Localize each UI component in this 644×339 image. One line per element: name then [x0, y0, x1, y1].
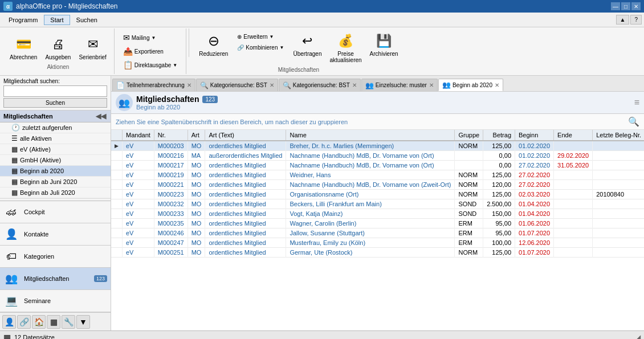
nav-item-ev-aktive[interactable]: ▦ eV (Aktive) — [0, 144, 111, 155]
sidebar-search-section: Mitgliedschaft suchen: Suchen — [0, 76, 111, 111]
search-button[interactable]: Suchen — [3, 98, 107, 108]
table-row[interactable]: eV M000235 MO ordentliches Mitglied Wagn… — [111, 219, 644, 228]
table-row[interactable]: eV M000223 MO ordentliches Mitglied Orga… — [111, 190, 644, 199]
nav-item-alle-aktiven[interactable]: ☰ alle Aktiven — [0, 133, 111, 144]
toolbar-aktionen-group: 💳 Abrechnen 🖨 Ausgeben ✉ Serienbrief Akt… — [2, 28, 115, 74]
resize-icon: ◢ — [635, 333, 641, 340]
erweitern-button[interactable]: ⊕ Erweitern ▼ — [233, 32, 288, 42]
person-btn[interactable]: 👤 — [2, 315, 16, 329]
col-name[interactable]: Name — [286, 130, 455, 141]
table-row[interactable]: eV M000246 MO ordentliches Mitglied Jall… — [111, 228, 644, 238]
tab-beginn-2020[interactable]: 👥 Beginn ab 2020 ✕ — [438, 79, 503, 91]
content-header: 👥 Mitgliedschaften 123 Beginn ab 2020 ≡ — [111, 92, 644, 114]
ausgeben-button[interactable]: 🖨 Ausgeben — [42, 33, 74, 63]
nav-item-beginn-2020[interactable]: ▦ Beginn ab 2020 — [0, 166, 111, 177]
nav-mitgliedschaften[interactable]: 👥 Mitgliedschaften 123 — [0, 268, 111, 290]
nav-item-zuletzt[interactable]: 🕐 zuletzt aufgerufen — [0, 122, 111, 133]
grid-icon-1: ▦ — [11, 145, 18, 153]
table-row[interactable]: eV M000216 MA außerordentliches Mitglied… — [111, 151, 644, 161]
grid-btn[interactable]: ▦ — [47, 315, 60, 329]
nav-kategorien[interactable]: 🏷 Kategorien — [0, 246, 111, 268]
table-row[interactable]: eV M000221 MO ordentliches Mitglied Nach… — [111, 180, 644, 190]
direktausgabe-button[interactable]: 📋 Direktausgabe ▼ — [119, 59, 181, 71]
data-table: Mandant Nr. Art Art (Text) Name Gruppe B… — [111, 130, 644, 258]
col-art[interactable]: Art — [188, 130, 205, 141]
maximize-button[interactable]: □ — [621, 2, 630, 10]
col-beginn[interactable]: Beginn — [515, 130, 554, 141]
filter-bar: Ziehen Sie eine Spaltenüberschrift in di… — [111, 114, 644, 130]
clock-icon: 🕐 — [11, 124, 20, 132]
search-input[interactable] — [3, 85, 107, 97]
status-text: 12 Datensätze — [14, 334, 55, 340]
nav-item-gmbh-aktive[interactable]: ▦ GmbH (Aktive) — [0, 155, 111, 166]
sidebar-toggle-icon[interactable]: ≡ — [634, 97, 639, 108]
col-gruppe[interactable]: Gruppe — [455, 130, 483, 141]
table-row[interactable]: eV M000247 MO ordentliches Mitglied Must… — [111, 238, 644, 248]
table-row[interactable]: ▶ eV M000203 MO ordentliches Mitglied Br… — [111, 141, 644, 151]
reduzieren-icon: ⊖ — [205, 32, 223, 50]
more-btn[interactable]: ▼ — [76, 315, 90, 329]
archivieren-button[interactable]: 💾 Archivieren — [367, 30, 401, 59]
link-btn[interactable]: 🔗 — [17, 315, 31, 329]
toolbar-mitgliedschaften-group: ⊖ Reduzieren ⊕ Erweitern ▼ 🔗 Kombinieren… — [191, 28, 405, 74]
col-ende[interactable]: Ende — [554, 130, 593, 141]
mitgliedschaften-badge: 123 — [94, 275, 107, 282]
tab-kategorie-2-close[interactable]: ✕ — [352, 82, 357, 88]
uebertragen-button[interactable]: ↩ Übertragen — [290, 30, 324, 59]
content-sub: Beginn ab 2020 — [136, 104, 180, 111]
help-button[interactable]: ? — [630, 15, 642, 24]
table-row[interactable]: eV M000232 MO ordentliches Mitglied Beck… — [111, 199, 644, 209]
aktionen-label: Aktionen — [47, 64, 69, 70]
col-mandant[interactable]: Mandant — [123, 130, 154, 141]
config-btn[interactable]: 🔧 — [62, 315, 75, 329]
menu-programm[interactable]: Programm — [2, 15, 44, 25]
col-art-text[interactable]: Art (Text) — [205, 130, 286, 141]
tab-kategorie-2-icon: 🔍 — [283, 81, 291, 89]
content-title: Mitgliedschaften — [136, 95, 199, 104]
kombinieren-icon: 🔗 — [237, 44, 244, 51]
menu-start[interactable]: Start — [44, 15, 70, 25]
menu-bar: Programm Start Suchen ▲ ? — [0, 13, 644, 27]
table-row[interactable]: eV M000251 MO ordentliches Mitglied Germ… — [111, 248, 644, 258]
home-btn[interactable]: 🏠 — [32, 315, 46, 329]
tab-einzelsuche[interactable]: 👥 Einzelsuche: muster ✕ — [361, 79, 438, 91]
tab-beginn-close[interactable]: ✕ — [495, 82, 499, 88]
nav-seminare[interactable]: 💻 Seminare — [0, 290, 111, 312]
seminare-icon: 💻 — [3, 293, 19, 309]
col-nr[interactable]: Nr. — [154, 130, 188, 141]
mailing-dropdown-icon: ▼ — [151, 35, 156, 40]
abrechnen-button[interactable]: 💳 Abrechnen — [7, 33, 40, 63]
nav-kontakte[interactable]: 👤 Kontakte — [0, 223, 111, 246]
table-row[interactable]: eV M000217 MO ordentliches Mitglied Nach… — [111, 161, 644, 170]
col-betrag[interactable]: Betrag — [483, 130, 515, 141]
exportieren-button[interactable]: 📤 Exportieren — [119, 45, 168, 58]
toolbar-up-btn[interactable]: ▲ — [616, 15, 630, 24]
serienbrief-button[interactable]: ✉ Serienbrief — [76, 33, 109, 63]
nav-collapse-btn[interactable]: ◀◀ — [95, 112, 107, 120]
close-button[interactable]: ✕ — [631, 2, 641, 10]
grid-icon-4: ▦ — [11, 178, 18, 186]
toolbar-divider-1 — [189, 28, 189, 57]
mailing-button[interactable]: ✉ Mailing ▼ — [119, 31, 160, 44]
col-letzte[interactable]: Letzte Beleg-Nr. — [593, 130, 644, 141]
tab-kategorie-1[interactable]: 🔍 Kategoriensuche: BST ✕ — [196, 79, 278, 91]
abrechnen-icon: 💳 — [14, 35, 32, 54]
nav-item-beginn-juli-2020[interactable]: ▦ Beginn ab Juli 2020 — [0, 187, 111, 198]
reduzieren-button[interactable]: ⊖ Reduzieren — [196, 30, 231, 59]
table-row[interactable]: eV M000233 MO ordentliches Mitglied Vogt… — [111, 209, 644, 219]
nav-item-beginn-juni-2020[interactable]: ▦ Beginn ab Juni 2020 — [0, 177, 111, 187]
search-icon[interactable]: 🔍 — [628, 116, 639, 127]
preise-button[interactable]: 💰 Preise aktualisieren — [327, 30, 364, 66]
table-row[interactable]: eV M000219 MO ordentliches Mitglied Weid… — [111, 170, 644, 180]
status-icon: ▦ — [3, 333, 11, 340]
tab-kategorie-2[interactable]: 🔍 Kategoriensuche: BST ✕ — [279, 79, 361, 91]
tab-teilnehmer[interactable]: 📄 Teilnehmerabrechnung ✕ — [112, 79, 195, 91]
nav-cockpit[interactable]: 🏎 Cockpit — [0, 201, 111, 223]
tab-einzelsuche-close[interactable]: ✕ — [429, 82, 434, 88]
tab-teilnehmer-close[interactable]: ✕ — [187, 82, 191, 88]
kombinieren-button[interactable]: 🔗 Kombinieren ▼ — [233, 43, 288, 52]
direktausgabe-dropdown-icon: ▼ — [173, 63, 177, 68]
menu-suchen[interactable]: Suchen — [70, 15, 104, 25]
minimize-button[interactable]: — — [611, 2, 620, 10]
tab-kategorie-1-close[interactable]: ✕ — [270, 82, 274, 88]
